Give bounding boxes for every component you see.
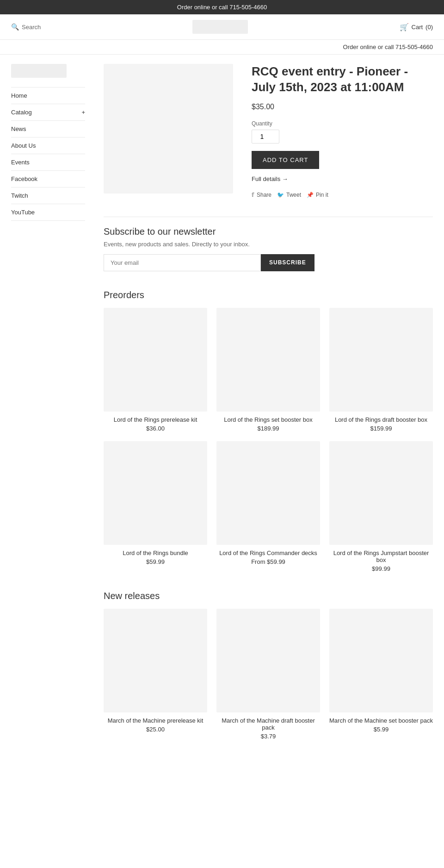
sidebar-label-twitch: Twitch	[11, 192, 28, 199]
list-item[interactable]: March of the Machine set booster pack $5…	[329, 609, 433, 740]
product-card-image	[104, 441, 207, 545]
sidebar-link-events[interactable]: Events	[11, 154, 85, 170]
product-card-image	[329, 441, 433, 545]
sidebar-item-facebook[interactable]: Facebook	[11, 170, 85, 187]
list-item[interactable]: Lord of the Rings Commander decks From $…	[216, 441, 320, 572]
product-title: RCQ event entry - Pioneer - July 15th, 2…	[252, 64, 433, 95]
quantity-label: Quantity	[252, 120, 433, 127]
full-details-link[interactable]: Full details →	[252, 175, 433, 182]
product-price: $35.00	[252, 103, 433, 111]
list-item[interactable]: Lord of the Rings bundle $59.99	[104, 441, 207, 572]
newsletter-title: Subscribe to our newsletter	[104, 226, 433, 237]
sidebar-link-about[interactable]: About Us	[11, 137, 85, 154]
header-logo[interactable]	[192, 20, 248, 34]
product-card-price: $5.99	[329, 726, 433, 733]
product-card-name: Lord of the Rings draft booster box	[329, 416, 433, 423]
sidebar-link-twitch[interactable]: Twitch	[11, 187, 85, 204]
sidebar-item-about[interactable]: About Us	[11, 137, 85, 154]
search-area[interactable]: 🔍 Search	[11, 23, 41, 31]
preorders-section: Preorders Lord of the Rings prerelease k…	[104, 290, 433, 572]
product-card-name: March of the Machine set booster pack	[329, 717, 433, 724]
search-label: Search	[22, 24, 41, 31]
preorders-title: Preorders	[104, 290, 433, 300]
product-card-image	[216, 308, 320, 412]
cart-link[interactable]: 🛒 Cart (0)	[400, 23, 433, 31]
product-card-name: Lord of the Rings Jumpstart booster box	[329, 550, 433, 563]
product-card-price: $99.99	[329, 565, 433, 572]
product-card-image	[329, 609, 433, 712]
sidebar-item-youtube[interactable]: YouTube	[11, 204, 85, 221]
list-item[interactable]: Lord of the Rings set booster box $189.9…	[216, 308, 320, 432]
sidebar-item-catalog[interactable]: Catalog +	[11, 104, 85, 120]
product-card-price: $3.79	[216, 733, 320, 740]
sidebar-item-news[interactable]: News	[11, 120, 85, 137]
sidebar-label-facebook: Facebook	[11, 175, 37, 182]
newsletter-form: SUBSCRIBE	[104, 254, 433, 271]
quantity-input[interactable]	[252, 130, 279, 144]
list-item[interactable]: March of the Machine prerelease kit $25.…	[104, 609, 207, 740]
sidebar: Home Catalog + News About Us	[11, 64, 85, 758]
cart-icon: 🛒	[400, 23, 409, 31]
sidebar-label-catalog: Catalog	[11, 109, 32, 116]
sidebar-link-facebook[interactable]: Facebook	[11, 171, 85, 187]
product-card-image	[329, 308, 433, 412]
product-card-name: Lord of the Rings Commander decks	[216, 550, 320, 556]
sidebar-link-news[interactable]: News	[11, 121, 85, 137]
newsletter-subtitle: Events, new products and sales. Directly…	[104, 241, 433, 248]
sidebar-link-home[interactable]: Home	[11, 87, 85, 104]
product-card-price: $59.99	[104, 558, 207, 565]
content-area: RCQ event entry - Pioneer - July 15th, 2…	[104, 64, 433, 758]
subscribe-button[interactable]: SUBSCRIBE	[261, 254, 314, 271]
sidebar-link-youtube[interactable]: YouTube	[11, 204, 85, 220]
product-card-price: $25.00	[104, 726, 207, 733]
product-card-image	[216, 441, 320, 545]
list-item[interactable]: Lord of the Rings Jumpstart booster box …	[329, 441, 433, 572]
product-image	[104, 64, 233, 194]
newsletter-email-input[interactable]	[104, 254, 261, 271]
list-item[interactable]: March of the Machine draft booster pack …	[216, 609, 320, 740]
new-releases-grid: March of the Machine prerelease kit $25.…	[104, 609, 433, 740]
search-icon: 🔍	[11, 23, 19, 31]
logo-image	[192, 20, 248, 34]
share-pinterest-button[interactable]: 📌 Pin it	[307, 192, 328, 198]
list-item[interactable]: Lord of the Rings prerelease kit $36.00	[104, 308, 207, 432]
share-twitter-button[interactable]: 🐦 Tweet	[277, 192, 301, 198]
tweet-label: Tweet	[286, 192, 301, 198]
sidebar-link-catalog[interactable]: Catalog +	[11, 104, 85, 120]
product-card-image	[216, 609, 320, 712]
sidebar-label-youtube: YouTube	[11, 209, 35, 216]
add-to-cart-button[interactable]: ADD TO CART	[252, 151, 319, 169]
cart-count: (0)	[426, 24, 433, 31]
product-card-name: Lord of the Rings bundle	[104, 550, 207, 556]
announcement-text: Order online or call 715-505-4660	[177, 4, 267, 11]
product-card-image	[104, 609, 207, 712]
product-info: RCQ event entry - Pioneer - July 15th, 2…	[252, 64, 433, 198]
sidebar-label-events: Events	[11, 159, 30, 166]
list-item[interactable]: Lord of the Rings draft booster box $159…	[329, 308, 433, 432]
sidebar-label-news: News	[11, 125, 26, 132]
sidebar-item-twitch[interactable]: Twitch	[11, 187, 85, 204]
sidebar-label-home: Home	[11, 92, 27, 99]
share-label: Share	[257, 192, 271, 198]
announcement-bar: Order online or call 715-505-4660	[0, 0, 444, 14]
product-card-price: $189.99	[216, 425, 320, 432]
product-card-name: March of the Machine prerelease kit	[104, 717, 207, 724]
sidebar-item-home[interactable]: Home	[11, 87, 85, 104]
product-card-name: Lord of the Rings prerelease kit	[104, 416, 207, 423]
pinterest-share-icon: 📌	[307, 192, 314, 198]
product-card-name: March of the Machine draft booster pack	[216, 717, 320, 731]
sidebar-nav: Home Catalog + News About Us	[11, 87, 85, 221]
product-card-image	[104, 308, 207, 412]
sidebar-logo[interactable]	[11, 64, 67, 78]
facebook-share-icon: 𝕗	[252, 192, 254, 198]
share-facebook-button[interactable]: 𝕗 Share	[252, 192, 271, 198]
newsletter-section: Subscribe to our newsletter Events, new …	[104, 217, 433, 271]
sidebar-item-events[interactable]: Events	[11, 154, 85, 170]
product-card-price: $36.00	[104, 425, 207, 432]
new-releases-title: New releases	[104, 591, 433, 601]
contact-info: Order online or call 715-505-4660	[343, 44, 433, 50]
catalog-expand-icon: +	[81, 109, 85, 116]
share-buttons: 𝕗 Share 🐦 Tweet 📌 Pin it	[252, 192, 433, 198]
preorders-grid: Lord of the Rings prerelease kit $36.00 …	[104, 308, 433, 572]
secondary-header: Order online or call 715-505-4660	[0, 40, 444, 55]
